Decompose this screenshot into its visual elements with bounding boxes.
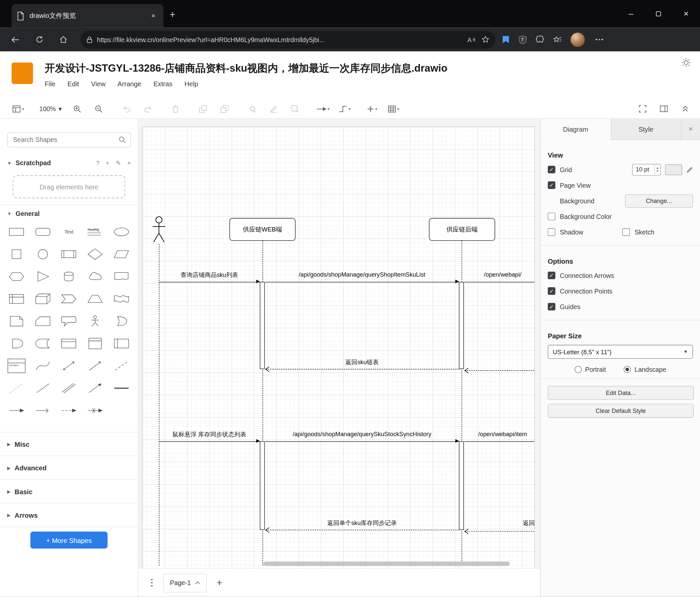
activation-bar[interactable]	[459, 282, 464, 369]
favorites-hub-icon[interactable]	[553, 35, 562, 44]
shape-textbox[interactable]: Heading	[82, 224, 108, 240]
shape-list[interactable]: List Item	[4, 358, 30, 374]
message-label[interactable]: /open/webapi/item	[478, 430, 527, 437]
activation-bar[interactable]	[260, 441, 265, 530]
waypoints-button[interactable]: ▾	[336, 101, 353, 116]
menu-arrange[interactable]: Arrange	[118, 80, 142, 88]
delete-button[interactable]	[167, 101, 184, 116]
shadow-button[interactable]	[287, 101, 304, 116]
grid-size-input[interactable]: 10 pt ▲▼	[632, 164, 660, 175]
activation-bar[interactable]	[459, 441, 464, 530]
menu-edit[interactable]: Edit	[68, 80, 79, 88]
shape-actor[interactable]	[82, 313, 108, 329]
return-line[interactable]	[266, 369, 459, 369]
shape-rounded-rectangle[interactable]	[30, 224, 56, 240]
add-page-button[interactable]: +	[217, 577, 222, 589]
edit-data-button[interactable]: Edit Data...	[548, 386, 694, 400]
tab-close-icon[interactable]: ×	[149, 11, 158, 21]
return-label[interactable]: 返回	[523, 519, 534, 527]
scratchpad-header[interactable]: ▼ Scratchpad ? + ✎ ×	[0, 154, 138, 171]
shape-diamond[interactable]	[82, 246, 108, 262]
format-panel-toggle-button[interactable]	[655, 101, 672, 116]
read-aloud-icon[interactable]: A	[467, 36, 477, 43]
return-label[interactable]: 返回sku链表	[345, 358, 379, 366]
scratchpad-edit-icon[interactable]: ✎	[116, 160, 121, 167]
menu-extras[interactable]: Extras	[153, 80, 172, 88]
grid-color-swatch[interactable]	[665, 164, 682, 175]
grid-checkbox[interactable]	[548, 166, 555, 173]
shape-horizontal-line[interactable]	[108, 380, 134, 396]
close-window-button[interactable]: ×	[672, 0, 700, 28]
portrait-radio[interactable]: Portrait	[574, 366, 606, 373]
section-arrows[interactable]: ▶ Arrows	[0, 503, 138, 527]
shape-parallelogram[interactable]	[108, 246, 134, 262]
message-line[interactable]	[464, 441, 534, 442]
scratchpad-add-icon[interactable]: +	[106, 160, 109, 167]
browser-menu-icon[interactable]	[596, 39, 603, 41]
panel-close-icon[interactable]: ×	[681, 119, 700, 139]
shape-cross-arrow[interactable]	[82, 403, 108, 419]
message-line[interactable]	[265, 441, 459, 442]
shape-arrow-link[interactable]	[82, 380, 108, 396]
address-bar[interactable]: https://file.kkview.cn/onlinePreview?url…	[80, 30, 496, 48]
tab-diagram[interactable]: Diagram	[541, 119, 611, 140]
view-panel-button[interactable]: ▾	[10, 101, 27, 116]
maximize-button[interactable]	[645, 0, 673, 28]
connection-arrows-checkbox[interactable]	[548, 272, 555, 279]
shape-line[interactable]	[30, 380, 56, 396]
section-misc[interactable]: ▶ Misc	[0, 432, 138, 455]
landscape-radio[interactable]: Landscape	[624, 366, 666, 373]
redo-button[interactable]	[140, 101, 156, 116]
page-view-checkbox[interactable]	[548, 182, 555, 189]
actor-lifeline[interactable]	[159, 244, 159, 566]
horizontal-scrollbar[interactable]	[264, 562, 510, 566]
message-label[interactable]: /open/webapi/	[484, 271, 521, 278]
shape-dashed-line[interactable]	[108, 358, 134, 374]
shape-and[interactable]	[4, 336, 30, 352]
undo-button[interactable]	[118, 101, 135, 116]
shape-trapezoid[interactable]	[82, 291, 108, 307]
search-icon[interactable]	[119, 136, 126, 144]
fullscreen-button[interactable]	[634, 101, 651, 116]
shape-bidirectional-arrow[interactable]	[56, 358, 82, 374]
minimize-button[interactable]	[617, 0, 645, 28]
diagram-page[interactable]: 供应链WEB端 供应链后端 查询店铺商品sku列表 /api/goods/sho…	[142, 126, 534, 568]
shape-cylinder[interactable]	[56, 269, 82, 285]
shape-callout[interactable]	[56, 313, 82, 329]
scratchpad-help-icon[interactable]: ?	[96, 160, 100, 167]
shape-document[interactable]	[108, 269, 134, 285]
message-line[interactable]	[159, 282, 260, 282]
shape-curve[interactable]	[30, 358, 56, 374]
shape-rectangle[interactable]	[4, 224, 30, 240]
shape-search[interactable]	[7, 132, 131, 148]
shape-link[interactable]	[56, 380, 82, 396]
menu-view[interactable]: View	[91, 80, 105, 88]
canvas[interactable]: 供应链WEB端 供应链后端 查询店铺商品sku列表 /api/goods/sho…	[139, 119, 540, 568]
shape-process[interactable]	[56, 246, 82, 262]
shape-ellipse[interactable]	[108, 224, 134, 240]
shape-step[interactable]	[56, 291, 82, 307]
zoom-dropdown[interactable]: 100%▾	[36, 101, 64, 116]
message-line[interactable]	[159, 441, 260, 442]
favorite-star-icon[interactable]	[481, 36, 489, 44]
to-back-button[interactable]	[216, 101, 233, 116]
return-line[interactable]	[465, 371, 534, 371]
section-general[interactable]: ▼ General	[0, 205, 138, 222]
section-advanced[interactable]: ▶ Advanced	[0, 456, 138, 479]
shape-note[interactable]	[4, 313, 30, 329]
guides-checkbox[interactable]	[548, 303, 555, 310]
actor-figure[interactable]	[152, 216, 166, 244]
tab-style[interactable]: Style	[611, 119, 681, 139]
browser-tab[interactable]: drawio文件预览 ×	[11, 4, 164, 27]
table-button[interactable]: ▾	[385, 101, 402, 116]
shape-diagonal-arrow[interactable]	[82, 358, 108, 374]
menu-file[interactable]: File	[45, 80, 56, 88]
refresh-button[interactable]	[30, 30, 48, 48]
message-label[interactable]: /api/goods/shopManage/queryShopItemSkuLi…	[299, 271, 425, 278]
menu-help[interactable]: Help	[184, 80, 199, 88]
shape-cloud[interactable]	[82, 269, 108, 285]
connection-points-checkbox[interactable]	[548, 287, 555, 295]
shape-horizontal-container[interactable]	[108, 336, 134, 352]
grid-color-edit-icon[interactable]	[687, 167, 693, 173]
page-tab[interactable]: Page-1	[163, 573, 207, 592]
